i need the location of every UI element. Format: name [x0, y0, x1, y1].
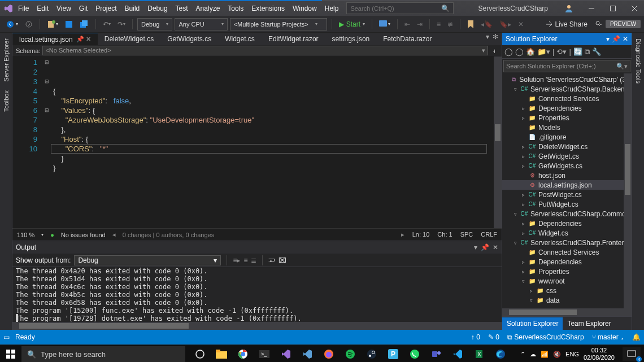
output-source-select[interactable]: Debug▾: [74, 255, 221, 265]
repo-name[interactable]: ⧉ ServerlessCrudCSharp: [507, 333, 584, 341]
solution-search[interactable]: Search Solution Explorer (Ctrl+;)🔍▾: [503, 60, 630, 72]
output-close-icon[interactable]: ✕: [493, 243, 498, 251]
app-excel[interactable]: X: [469, 345, 489, 363]
se-sync-icon[interactable]: ⟲▾: [556, 47, 567, 56]
editor-scrollbar[interactable]: [494, 56, 502, 228]
menu-debug[interactable]: Debug: [147, 5, 167, 12]
taskbar-search[interactable]: 🔍 Type here to search: [21, 346, 185, 362]
tabs-overflow-icon[interactable]: ▾: [486, 33, 489, 45]
tree-node[interactable]: 📁Connected Services: [502, 247, 632, 257]
bookmark-prev-icon[interactable]: ◂🔖: [478, 18, 495, 30]
indent-more-icon[interactable]: ⇥: [415, 18, 425, 30]
file-tab[interactable]: settings.json: [325, 33, 377, 45]
tree-node[interactable]: ⧉Solution 'ServerlessCrudCSharp' (3 o: [502, 75, 632, 84]
new-item-button[interactable]: ▾: [45, 18, 60, 30]
app-firefox[interactable]: [319, 345, 339, 363]
global-search[interactable]: 🔍: [346, 2, 454, 14]
se-back-icon[interactable]: ◯: [504, 47, 513, 56]
branch-name[interactable]: ⑂ master ▴: [592, 333, 624, 341]
output-wordwrap-icon[interactable]: ⮒: [268, 256, 275, 264]
publish-up[interactable]: ↑ 0: [471, 333, 480, 341]
tab-solution-explorer[interactable]: Solution Explorer: [502, 317, 563, 330]
menu-extensions[interactable]: Extensions: [251, 5, 285, 12]
tree-node[interactable]: ▹📁Dependencies: [502, 103, 632, 113]
tree-node[interactable]: ⚙local.settings.json: [502, 180, 632, 190]
config-combo[interactable]: Debug▾: [137, 18, 172, 30]
app-whatsapp[interactable]: [404, 345, 425, 363]
undo-button[interactable]: ↶ ▾: [101, 18, 113, 30]
se-refresh-icon[interactable]: 🔄: [573, 47, 582, 56]
tree-node[interactable]: ▹📁Dependencies: [502, 257, 632, 267]
tree-node[interactable]: 📄.gitignore: [502, 132, 632, 142]
tree-node[interactable]: ⚙host.json: [502, 171, 632, 180]
server-explorer-tab[interactable]: Server Explorer: [2, 35, 11, 85]
nav-fwd-button[interactable]: [23, 18, 35, 30]
menu-edit[interactable]: Edit: [37, 5, 49, 12]
toolbox-tab[interactable]: Toolbox: [2, 87, 11, 115]
tree-node[interactable]: 📁Connected Services: [502, 94, 632, 103]
menu-tools[interactable]: Tools: [228, 5, 243, 12]
solution-tree[interactable]: ⧉Solution 'ServerlessCrudCSharp' (3 o▿C#…: [502, 73, 632, 308]
se-pin-icon[interactable]: 📌: [612, 35, 620, 43]
app-vs-1[interactable]: [276, 345, 296, 363]
app-steam[interactable]: [362, 345, 382, 363]
tree-node[interactable]: ▹C#GetWidget.cs: [502, 151, 632, 161]
menu-window[interactable]: Window: [293, 5, 317, 12]
se-dropdown-icon[interactable]: ▾: [606, 35, 610, 43]
tree-node[interactable]: ▿C#ServerlessCrudCSharp.Frontend: [502, 238, 632, 247]
output-clear-icon[interactable]: ⌧: [279, 256, 286, 264]
app-explorer[interactable]: [211, 345, 232, 363]
output-pin-icon[interactable]: 📌: [481, 243, 489, 251]
menu-view[interactable]: View: [56, 5, 71, 12]
file-tab[interactable]: DeleteWidget.cs: [98, 33, 160, 45]
app-pandora[interactable]: P: [383, 345, 403, 363]
app-chrome[interactable]: [233, 345, 253, 363]
tree-node[interactable]: ▿C#ServerlessCrudCSharp.Backend: [502, 84, 632, 94]
code-area[interactable]: { "IsEncrypted": false, "Values": { "Azu…: [51, 56, 494, 228]
file-tab[interactable]: EditWidget.razor: [262, 33, 325, 45]
tree-node[interactable]: ▿📁wwwroot: [502, 276, 632, 286]
uncomment-icon[interactable]: ≢: [445, 18, 455, 30]
status-output-icon[interactable]: ▭: [3, 333, 10, 341]
app-spotify[interactable]: [340, 345, 360, 363]
redo-button[interactable]: ↷ ▾: [115, 18, 128, 30]
file-tab[interactable]: Widget.cs: [218, 33, 262, 45]
nav-back-button[interactable]: ▾: [3, 18, 20, 30]
schema-select[interactable]: <No Schema Selected>▾: [42, 46, 488, 55]
tree-node[interactable]: ▿📁data: [502, 295, 632, 305]
app-edge[interactable]: [490, 345, 511, 363]
app-cortana[interactable]: [190, 345, 210, 363]
app-vs-2[interactable]: [297, 345, 317, 363]
tree-node[interactable]: ▹C#PutWidget.cs: [502, 199, 632, 209]
minimize-button[interactable]: [582, 1, 601, 16]
bookmark-clear-icon[interactable]: ✕: [516, 18, 526, 30]
notifications-icon[interactable]: 🔔: [632, 333, 641, 341]
tray-cloud-icon[interactable]: ☁: [530, 351, 536, 358]
se-collapse-icon[interactable]: ⧉: [585, 47, 590, 56]
menu-analyze[interactable]: Analyze: [196, 5, 220, 12]
se-showall-icon[interactable]: 📁▾: [537, 47, 550, 56]
browser-link-button[interactable]: ▾: [377, 18, 393, 30]
close-button[interactable]: [625, 1, 644, 16]
menu-test[interactable]: Test: [176, 5, 188, 12]
tree-node[interactable]: ▹📁Properties: [502, 267, 632, 276]
menu-project[interactable]: Project: [95, 5, 116, 12]
solution-hscroll[interactable]: [502, 308, 632, 316]
file-tab[interactable]: GetWidgets.cs: [160, 33, 218, 45]
tree-node[interactable]: ▹C#GetWidgets.cs: [502, 161, 632, 171]
indent-less-icon[interactable]: ⇤: [402, 18, 412, 30]
file-tab[interactable]: FetchData.razor: [376, 33, 438, 45]
tray-lang[interactable]: ENG: [565, 351, 579, 357]
issues-text[interactable]: No issues found: [61, 232, 106, 238]
menu-file[interactable]: File: [18, 5, 29, 12]
comment-icon[interactable]: ≡: [434, 18, 443, 30]
save-button[interactable]: [63, 18, 75, 30]
tree-node[interactable]: ▹C#PostWidget.cs: [502, 190, 632, 199]
output-hscroll[interactable]: [12, 322, 502, 330]
platform-combo[interactable]: Any CPU▾: [175, 18, 227, 30]
tree-node[interactable]: ▿C#ServerlessCrudCSharp.Common: [502, 209, 632, 219]
start-button[interactable]: ▶ Start ▾: [337, 18, 367, 30]
se-fwd-icon[interactable]: ◯: [515, 47, 524, 56]
bookmark-next-icon[interactable]: 🔖▸: [497, 18, 514, 30]
zoom-level[interactable]: 110 %: [17, 232, 34, 238]
